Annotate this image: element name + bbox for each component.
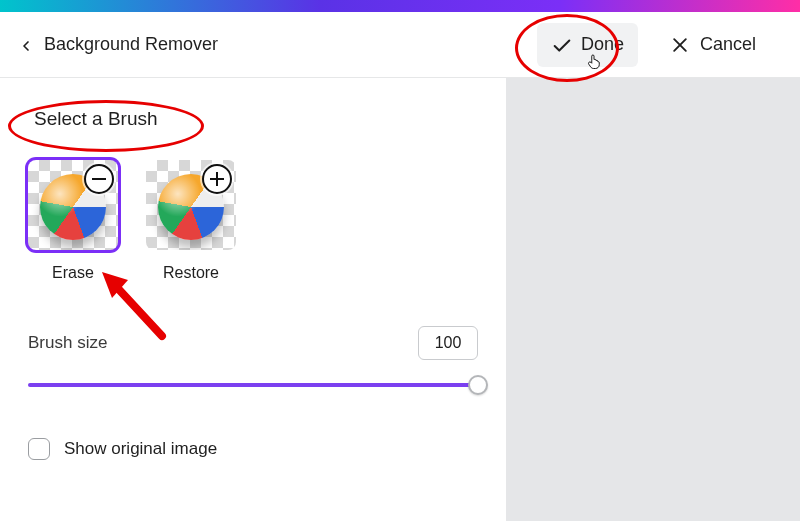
- brush-size-input[interactable]: 100: [418, 326, 478, 360]
- cancel-button[interactable]: Cancel: [656, 23, 770, 67]
- back-button[interactable]: Background Remover: [0, 34, 218, 55]
- plus-badge-icon: [202, 164, 232, 194]
- close-icon: [670, 35, 690, 55]
- cancel-label: Cancel: [700, 34, 756, 55]
- chevron-left-icon: [18, 38, 32, 52]
- brush-swatch-erase: [28, 160, 118, 250]
- app-accent-bar: [0, 0, 800, 12]
- show-original-toggle[interactable]: Show original image: [28, 438, 478, 460]
- slider-track: [28, 383, 478, 387]
- done-label: Done: [581, 34, 624, 55]
- minus-badge-icon: [84, 164, 114, 194]
- checkbox-icon: [28, 438, 50, 460]
- brush-label: Erase: [52, 264, 94, 282]
- brush-size-row: Brush size 100: [28, 326, 478, 360]
- slider-thumb[interactable]: [468, 375, 488, 395]
- brush-swatch-restore: [146, 160, 236, 250]
- section-title-wrap: Select a Brush: [28, 106, 164, 132]
- page-title: Background Remover: [44, 34, 218, 55]
- brush-label: Restore: [163, 264, 219, 282]
- brush-size-value: 100: [435, 334, 462, 352]
- brush-panel: Select a Brush Erase: [0, 78, 506, 521]
- canvas-area[interactable]: [506, 78, 800, 521]
- section-title: Select a Brush: [34, 108, 158, 129]
- show-original-label: Show original image: [64, 439, 217, 459]
- check-icon: [551, 35, 571, 55]
- brush-size-slider[interactable]: [28, 374, 478, 396]
- brush-options: Erase Restore: [28, 160, 478, 282]
- brush-option-restore[interactable]: Restore: [146, 160, 236, 282]
- header: Background Remover Done Cancel: [0, 12, 800, 78]
- done-button[interactable]: Done: [537, 23, 638, 67]
- brush-option-erase[interactable]: Erase: [28, 160, 118, 282]
- brush-size-label: Brush size: [28, 333, 107, 353]
